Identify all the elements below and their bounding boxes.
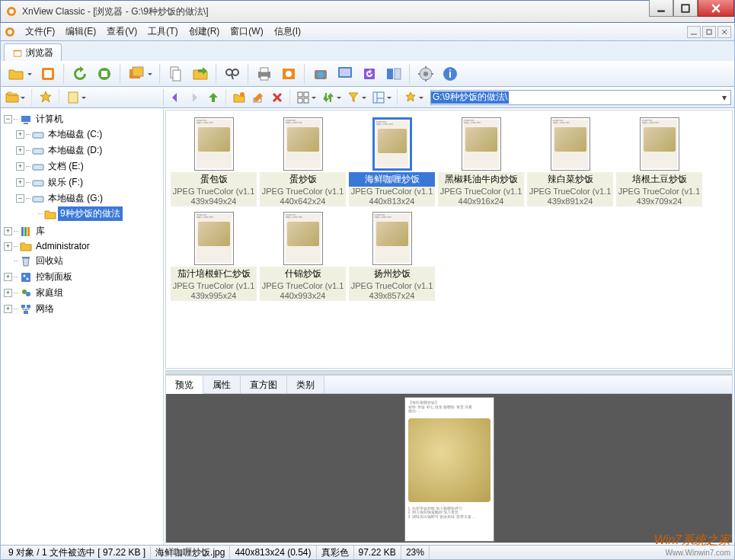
refresh-button[interactable] <box>69 63 91 85</box>
close-button[interactable] <box>698 0 734 17</box>
thumb-meta: JPEG TrueColor (v1.1 <box>616 187 702 197</box>
menu-file[interactable]: 文件(F) <box>21 24 59 40</box>
svg-rect-48 <box>298 92 302 97</box>
scripts-button[interactable] <box>65 89 81 106</box>
convert-button[interactable] <box>278 63 299 85</box>
preview-tab-props[interactable]: 属性 <box>203 376 241 393</box>
svg-rect-72 <box>27 305 30 308</box>
svg-point-31 <box>318 72 324 78</box>
address-dropdown-icon[interactable]: ▾ <box>718 92 730 103</box>
copy-button[interactable] <box>165 63 187 85</box>
thumbnail-item[interactable]: recipe textsteps...more text 什锦炒饭 JPEG T… <box>260 210 346 301</box>
jpeg-rotate-button[interactable] <box>359 63 380 85</box>
delete-button[interactable] <box>269 89 286 106</box>
menu-edit[interactable]: 编辑(E) <box>61 24 101 40</box>
slideshow-button[interactable] <box>126 63 147 85</box>
address-bar[interactable]: G:\9种炒饭的做法\ ▾ <box>430 90 731 105</box>
svg-point-23 <box>232 69 238 75</box>
tree-drive-g[interactable]: −本地磁盘 (G:) <box>16 191 163 206</box>
thumbnail-item[interactable]: recipe textsteps...more text 蛋炒饭 JPEG Tr… <box>260 115 346 206</box>
app-icon <box>5 5 18 18</box>
thumbnail-item[interactable]: recipe textsteps...more text 海鲜咖喱炒饭 JPEG… <box>349 115 435 206</box>
nav-back-button[interactable] <box>167 89 184 106</box>
preview-body[interactable]: 【海鲜咖喱炒饭】材料: 米饭 虾仁 鱿鱼 咖喱粉 青豆 洋葱做法: … 1. 先… <box>166 394 732 542</box>
tree-folder-selected[interactable]: 9种炒饭的做法 <box>28 206 163 221</box>
preview-tab-preview[interactable]: 预览 <box>166 376 203 394</box>
sort-button[interactable] <box>320 89 337 106</box>
tab-browser[interactable]: 浏览器 <box>4 43 62 61</box>
thumbnail-item[interactable]: recipe textsteps...more text 蛋包饭 JPEG Tr… <box>171 115 257 206</box>
window-title: XnView Classic - [浏览器 - G:\9种炒饭的做法\] <box>22 5 649 18</box>
mdi-close-button[interactable] <box>717 26 731 38</box>
statusbar: 9 对象 / 1 文件被选中 [ 97.22 KB ] 海鲜咖喱炒饭.jpg 4… <box>0 545 735 560</box>
svg-point-70 <box>26 292 30 296</box>
add-favorite-button[interactable] <box>37 89 54 106</box>
tree-drive-d[interactable]: +本地磁盘 (D:) <box>16 143 163 158</box>
thumb-meta: JPEG TrueColor (v1.1 <box>171 281 257 291</box>
thumbnail-item[interactable]: recipe textsteps...more text 辣白菜炒饭 JPEG … <box>527 115 613 206</box>
thumbnail-item[interactable]: recipe textsteps...more text 黑椒耗油牛肉炒饭 JP… <box>438 115 524 206</box>
address-text: G:\9种炒饭的做法\ <box>431 91 509 104</box>
print-button[interactable] <box>254 63 275 85</box>
favorite-star-button[interactable] <box>402 89 419 106</box>
thumb-meta: JPEG TrueColor (v1.1 <box>260 187 346 197</box>
folder-tree[interactable]: −计算机 +本地磁盘 (C:) +本地磁盘 (D:) +文档 (E:) +娱乐 … <box>1 108 164 545</box>
thumb-filename: 蛋炒饭 <box>260 172 346 187</box>
tree-admin[interactable]: +Administrator <box>4 240 163 252</box>
status-objects: 9 对象 / 1 文件被选中 [ 97.22 KB ] <box>4 546 151 559</box>
tree-docs-e[interactable]: +文档 (E:) <box>16 159 163 174</box>
capture-button[interactable] <box>334 63 356 85</box>
tree-homegroup[interactable]: +家庭组 <box>4 286 163 300</box>
mdi-minimize-button[interactable] <box>687 26 701 38</box>
rename-button[interactable] <box>250 89 267 106</box>
view-mode-button[interactable] <box>295 89 312 106</box>
tree-network[interactable]: +网络 <box>4 302 163 316</box>
favorites-folder-button[interactable] <box>4 89 21 106</box>
svg-rect-13 <box>14 51 21 56</box>
svg-rect-3 <box>682 5 689 12</box>
homegroup-icon <box>20 287 32 299</box>
options-button[interactable] <box>415 63 436 85</box>
status-filename: 海鲜咖喱炒饭.jpg <box>151 546 230 559</box>
thumb-dims: 440x642x24 <box>260 197 346 206</box>
tree-ent-f[interactable]: +娱乐 (F:) <box>16 175 163 190</box>
menu-tools[interactable]: 工具(T) <box>143 24 182 40</box>
mdi-restore-button[interactable] <box>702 26 716 38</box>
minimize-button[interactable] <box>649 0 673 17</box>
preview-tab-cat[interactable]: 类别 <box>287 376 324 393</box>
thumb-filename: 黑椒耗油牛肉炒饭 <box>438 172 524 187</box>
svg-rect-57 <box>33 133 43 138</box>
menu-window[interactable]: 窗口(W) <box>225 24 267 40</box>
thumbnail-item[interactable]: recipe textsteps...more text 培根土豆炒饭 JPEG… <box>616 115 702 206</box>
filter-button[interactable] <box>345 89 362 106</box>
menu-info[interactable]: 信息(I) <box>270 24 305 40</box>
layout-button[interactable] <box>370 89 387 106</box>
new-folder-button[interactable] <box>231 89 248 106</box>
menu-view[interactable]: 查看(V) <box>102 24 142 40</box>
nav-up-button[interactable] <box>205 89 222 106</box>
stop-button[interactable] <box>94 63 115 85</box>
move-button[interactable] <box>190 63 211 85</box>
menu-create[interactable]: 创建(R) <box>184 24 225 40</box>
compare-button[interactable] <box>383 63 404 85</box>
nav-forward-button[interactable] <box>186 89 203 106</box>
fullscreen-button[interactable] <box>37 63 59 85</box>
svg-rect-66 <box>21 273 30 282</box>
svg-rect-15 <box>44 70 52 78</box>
thumbnail-item[interactable]: recipe textsteps...more text 扬州炒饭 JPEG T… <box>349 210 435 301</box>
tree-drive-c[interactable]: +本地磁盘 (C:) <box>16 127 163 142</box>
thumb-meta: JPEG TrueColor (v1.1 <box>260 281 346 291</box>
tree-recycle[interactable]: 回收站 <box>4 254 163 268</box>
thumbnail-pane[interactable]: recipe textsteps...more text 蛋包饭 JPEG Tr… <box>165 110 733 369</box>
open-button[interactable] <box>5 63 27 85</box>
about-button[interactable]: i <box>439 63 461 85</box>
maximize-button[interactable] <box>673 0 698 17</box>
preview-tab-hist[interactable]: 直方图 <box>241 376 287 393</box>
search-button[interactable] <box>222 63 243 85</box>
thumbnail-item[interactable]: recipe textsteps...more text 茄汁培根虾仁炒饭 JP… <box>171 210 257 301</box>
network-icon <box>20 303 32 315</box>
tree-control[interactable]: +控制面板 <box>4 270 163 284</box>
acquire-button[interactable] <box>310 63 331 85</box>
tree-library[interactable]: +库 <box>4 224 163 238</box>
tree-computer[interactable]: −计算机 <box>4 112 163 126</box>
